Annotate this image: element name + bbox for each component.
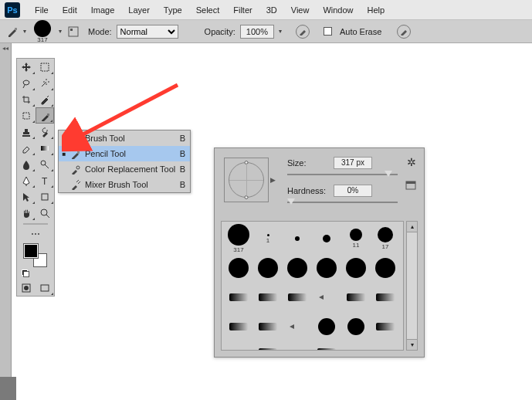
menu-file[interactable]: File [28,5,56,15]
brush-preset[interactable] [253,253,283,283]
pencil-tool[interactable] [36,107,54,124]
brush-angle-control[interactable]: ▶ [224,158,269,202]
scroll-down-icon[interactable]: ▾ [407,339,417,350]
default-colors-icon[interactable] [22,269,29,277]
edit-toolbar[interactable]: ⋯ [17,227,54,241]
crop-tool[interactable] [17,91,36,107]
brush-preset[interactable] [224,253,253,283]
brush-preset[interactable] [371,253,400,283]
brush-preset[interactable] [253,283,283,312]
tool-preset-caret-icon[interactable]: ▾ [23,28,26,35]
brush-preset[interactable] [312,253,341,283]
menu-layer[interactable]: Layer [121,5,157,15]
hardness-label: Hardness: [287,186,334,195]
brush-preset[interactable] [341,283,371,312]
pen-tool[interactable] [17,172,36,188]
brush-preset[interactable] [283,312,312,341]
brush-preset[interactable] [283,341,312,351]
dock-collapse-strip[interactable]: ◂◂ [0,43,12,400]
gradient-tool[interactable] [36,140,54,156]
zoom-tool[interactable] [36,205,54,221]
menu-3d[interactable]: 3D [259,5,284,15]
blur-tool[interactable] [17,156,36,172]
svg-rect-1 [69,27,78,36]
pressure-size-icon[interactable] [397,25,411,39]
auto-erase-checkbox[interactable] [324,27,332,36]
opacity-caret-icon[interactable]: ▾ [279,28,282,35]
magic-wand-tool[interactable] [36,75,54,91]
brush-preset[interactable] [312,312,341,341]
hardness-input[interactable]: 0% [334,185,372,197]
pressure-opacity-icon[interactable] [296,25,310,39]
eraser-tool[interactable] [17,140,36,156]
brush-preset[interactable] [371,312,400,341]
brush-preset[interactable] [253,312,283,341]
menu-help[interactable]: Help [361,5,392,15]
preset-scrollbar[interactable]: ▴ ▾ [406,221,418,351]
menu-edit[interactable]: Edit [56,5,84,15]
menu-type[interactable]: Type [157,5,189,15]
brush-preset[interactable] [283,224,312,253]
svg-point-16 [76,166,80,169]
eyedropper-tool[interactable] [36,91,54,107]
brush-preset[interactable] [341,341,371,351]
arrow-right-icon: ▶ [270,176,276,184]
hand-tool[interactable] [17,205,36,221]
opacity-value[interactable]: 100% [240,25,274,39]
menu-image[interactable]: Image [84,5,122,15]
brush-preset[interactable] [312,283,341,312]
lasso-tool[interactable] [17,75,36,91]
gear-icon[interactable]: ✲ [407,156,416,168]
foreground-color-swatch[interactable] [24,244,38,258]
brush-preset[interactable] [341,253,371,283]
brush-preset[interactable]: 25 [253,341,283,351]
brush-picker-caret-icon[interactable]: ▾ [59,28,62,35]
screenmode-toggle[interactable] [36,280,54,296]
svg-rect-3 [41,63,49,71]
brush-preset[interactable]: 1 [253,224,283,253]
new-preset-icon[interactable] [405,181,416,190]
marquee-tool[interactable] [36,59,54,75]
shape-tool[interactable] [36,188,54,205]
brush-icon [68,133,82,144]
brush-preset[interactable] [224,312,253,341]
mode-select[interactable]: Normal [117,25,178,39]
patch-tool[interactable] [17,107,36,124]
pencil-tool-icon[interactable] [6,25,19,38]
brush-preset[interactable]: 11 [341,224,371,253]
path-select-tool[interactable] [17,188,36,205]
stamp-tool[interactable] [17,124,36,140]
hardness-slider[interactable] [287,199,398,205]
menu-window[interactable]: Window [316,5,360,15]
flyout-brush-tool[interactable]: Brush Tool B [59,131,190,146]
type-tool[interactable]: T [36,172,54,188]
brush-preset[interactable] [283,283,312,312]
brush-preset[interactable] [312,224,341,253]
flyout-mixer-brush-tool[interactable]: Mixer Brush Tool B [59,177,190,192]
brush-preset[interactable]: 17 [371,224,400,253]
brush-preset[interactable] [341,312,371,341]
brush-preview[interactable]: 317 [34,20,51,43]
menu-filter[interactable]: Filter [226,5,259,15]
svg-text:T: T [42,176,48,186]
brush-preset[interactable]: 50 [312,341,341,351]
brush-preset[interactable] [224,283,253,312]
brush-preset[interactable] [283,253,312,283]
size-slider[interactable] [287,171,398,178]
brush-preset[interactable]: 317 [224,224,253,253]
history-brush-tool[interactable] [36,124,54,140]
brush-preset[interactable] [224,341,253,351]
dodge-tool[interactable] [36,156,54,172]
flyout-label: Pencil Tool [82,149,176,158]
flyout-color-replacement-tool[interactable]: Color Replacement Tool B [59,161,190,177]
brush-panel-toggle-icon[interactable] [66,25,80,39]
quickmask-toggle[interactable] [17,280,36,296]
size-input[interactable]: 317 px [334,157,372,169]
brush-preset[interactable] [371,283,400,312]
menu-view[interactable]: View [284,5,317,15]
scroll-up-icon[interactable]: ▴ [407,222,417,232]
auto-erase-label: Auto Erase [340,27,381,36]
move-tool[interactable] [17,59,36,75]
flyout-pencil-tool[interactable]: ■ Pencil Tool B [59,146,190,161]
menu-select[interactable]: Select [189,5,227,15]
